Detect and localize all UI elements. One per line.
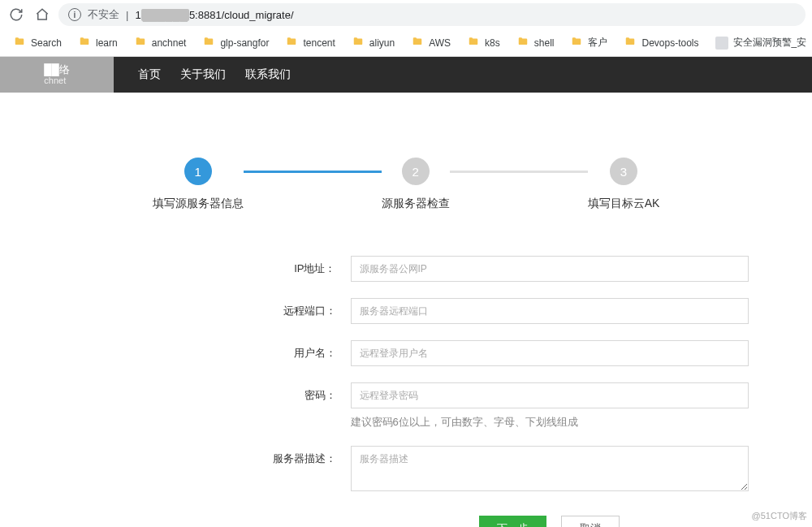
bookmark-label: Search (31, 37, 62, 49)
bookmark-item[interactable]: shell (510, 32, 561, 53)
user-label: 用户名： (239, 340, 336, 361)
step-label: 填写目标云AK (588, 197, 660, 211)
nav-link[interactable]: 联系我们 (245, 67, 291, 82)
bookmark-item[interactable]: AWS (404, 32, 457, 53)
bookmark-item[interactable]: learn (71, 32, 124, 53)
folder-icon (624, 36, 637, 50)
bookmark-label: AWS (429, 37, 451, 49)
password-label: 密码： (239, 382, 336, 403)
bookmark-label: anchnet (152, 37, 187, 49)
bookmark-item[interactable]: 客户 (564, 32, 614, 53)
bookmark-item[interactable]: Devops-tools (617, 32, 705, 53)
bookmarks-bar: Searchlearnanchnetglp-sangfortencentaliy… (0, 29, 812, 57)
password-helper: 建议密码6位以上，可由数字、字母、下划线组成 (351, 415, 749, 430)
address-bar[interactable]: i 不安全 | 1██████5:8881/cloud_migrate/ (58, 3, 806, 26)
bookmark-item[interactable]: aliyun (345, 32, 401, 53)
reload-icon[interactable] (6, 5, 26, 24)
nav-link[interactable]: 关于我们 (180, 67, 226, 82)
user-input[interactable] (351, 340, 749, 366)
bookmark-item[interactable]: 安全漏洞预警_安 (709, 32, 813, 53)
home-icon[interactable] (32, 5, 52, 24)
folder-icon (570, 36, 583, 50)
site-icon (715, 37, 728, 50)
ip-input[interactable] (351, 256, 749, 282)
bookmark-item[interactable]: tencent (279, 32, 341, 53)
next-button[interactable]: 下一步 (479, 516, 546, 527)
desc-label: 服务器描述： (239, 446, 336, 466)
separator: | (126, 9, 128, 21)
bookmark-label: glp-sangfor (220, 37, 269, 49)
bookmark-label: 安全漏洞预警_安 (733, 36, 807, 50)
ip-label: IP地址： (239, 256, 336, 276)
step: 3填写目标云AK (588, 158, 660, 211)
info-icon: i (68, 8, 81, 21)
bookmark-item[interactable]: glp-sangfor (196, 32, 275, 53)
bookmark-label: shell (534, 37, 555, 49)
bookmark-label: tencent (303, 37, 335, 49)
bookmark-label: Devops-tools (641, 37, 698, 49)
port-label: 远程端口： (239, 298, 336, 318)
step-number-icon: 3 (610, 158, 637, 185)
step-connector (244, 171, 382, 173)
step-connector (450, 171, 588, 173)
folder-icon (134, 36, 147, 50)
bookmark-label: learn (96, 37, 118, 49)
source-server-form: IP地址： 远程端口： 用户名： 密码： 建议密码6位以上，可由数字、字母、下划… (0, 256, 812, 527)
bookmark-label: aliyun (369, 37, 395, 49)
step: 1填写源服务器信息 (153, 158, 244, 211)
step-label: 填写源服务器信息 (153, 197, 244, 211)
folder-icon (285, 36, 298, 50)
step-number-icon: 1 (184, 158, 212, 185)
folder-icon (467, 36, 480, 50)
url-text: 1██████5:8881/cloud_migrate/ (135, 9, 293, 21)
steps-indicator: 1填写源服务器信息2源服务器检查3填写目标云AK (0, 158, 812, 211)
folder-icon (411, 36, 424, 50)
password-input[interactable] (351, 382, 749, 408)
bookmark-label: k8s (485, 37, 500, 49)
step: 2源服务器检查 (382, 158, 450, 211)
bookmark-item[interactable]: anchnet (127, 32, 193, 53)
folder-icon (352, 36, 365, 50)
brand-logo[interactable]: ██络 chnet (0, 57, 114, 93)
watermark: @51CTO博客 (752, 510, 807, 522)
step-number-icon: 2 (402, 158, 430, 185)
page-nav: ██络 chnet 首页关于我们联系我们 (0, 57, 812, 93)
nav-link[interactable]: 首页 (138, 67, 161, 82)
browser-toolbar: i 不安全 | 1██████5:8881/cloud_migrate/ (0, 0, 812, 29)
bookmark-item[interactable]: Search (6, 32, 68, 53)
step-label: 源服务器检查 (382, 197, 450, 211)
port-input[interactable] (351, 298, 749, 324)
folder-icon (202, 36, 215, 50)
desc-input[interactable] (351, 446, 749, 491)
insecure-label: 不安全 (88, 7, 119, 22)
folder-icon (516, 36, 529, 50)
bookmark-item[interactable]: k8s (460, 32, 507, 53)
bookmark-label: 客户 (588, 36, 607, 50)
folder-icon (78, 36, 91, 50)
folder-icon (13, 36, 26, 50)
cancel-button[interactable]: 取消 (561, 516, 620, 527)
